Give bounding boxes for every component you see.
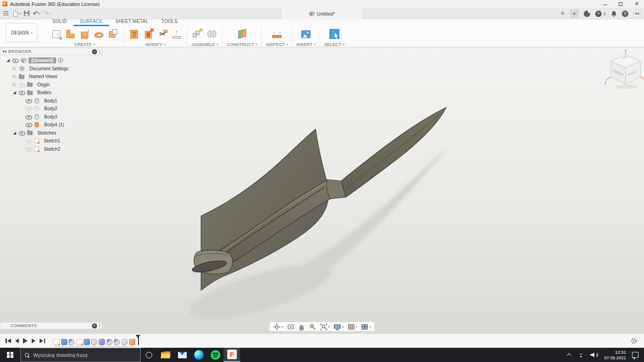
new-tab-button[interactable]: + (570, 9, 579, 18)
tree-item-label[interactable]: Named Views (26, 74, 60, 79)
feature-sketch-icon[interactable] (76, 339, 82, 345)
tab-solid[interactable]: SOLID (46, 19, 74, 26)
search-input[interactable] (33, 352, 136, 358)
file-explorer-button[interactable] (157, 348, 174, 362)
close-tab-button[interactable]: ✕ (560, 11, 564, 17)
joint-button[interactable] (206, 28, 218, 40)
visibility-eye-icon[interactable] (26, 146, 32, 152)
group-select-label[interactable]: SELECT (324, 42, 341, 47)
group-construct-label[interactable]: CONSTRUCT (227, 42, 254, 47)
cortana-button[interactable] (141, 348, 157, 362)
extend-button[interactable]: ↑ (171, 28, 183, 40)
feature-boundary-fill-icon[interactable] (129, 339, 135, 345)
tree-item-bodies[interactable]: ◢ Bodies (0, 89, 102, 97)
feature-trim-icon[interactable] (114, 339, 120, 345)
go-to-end-button[interactable] (40, 339, 45, 343)
document-tab[interactable]: Untitled* (281, 8, 363, 19)
tree-item-label[interactable]: Bodies (34, 90, 54, 96)
display-settings-button[interactable]: ▾ (334, 323, 344, 330)
app-launcher-button[interactable] (4, 11, 10, 16)
press-pull-button[interactable] (128, 28, 140, 40)
group-modify-label[interactable]: MODIFY (145, 42, 162, 47)
new-component-button[interactable]: ✸ (191, 28, 203, 40)
group-create-label[interactable]: CREATE (75, 42, 92, 47)
feature-sketch-icon[interactable] (53, 339, 59, 345)
feature-surface-icon[interactable] (92, 339, 98, 345)
show-hidden-icons-chevron[interactable] (567, 353, 572, 358)
save-button[interactable] (24, 11, 29, 16)
job-status-icon[interactable] (595, 11, 602, 17)
collapse-panel-icon[interactable] (2, 50, 6, 53)
group-inspect-label[interactable]: INSPECT (266, 42, 285, 47)
tab-surface[interactable]: SURFACE (74, 19, 109, 26)
tree-item-label[interactable]: Sketch1 (41, 138, 63, 144)
thicken-button[interactable] (107, 28, 119, 40)
spotify-button[interactable] (207, 348, 224, 362)
pan-button[interactable] (298, 323, 305, 330)
patch-button[interactable] (64, 28, 76, 40)
tree-item-body2[interactable]: Body2 (0, 105, 102, 113)
3d-viewport[interactable]: TOP FRONT RIGHT Y Z X BROWSER – ◢ (Unsav… (0, 47, 644, 334)
handle-end-cap[interactable] (191, 250, 233, 274)
group-assemble-label[interactable]: ASSEMBLE (191, 42, 215, 47)
edge-button[interactable] (190, 348, 207, 362)
panel-toggle-icon[interactable]: – (92, 49, 97, 54)
step-back-button[interactable] (15, 339, 19, 343)
tree-item-label[interactable]: Sketch2 (41, 146, 63, 152)
tree-item-label[interactable]: Body2 (41, 106, 60, 112)
tree-item-label[interactable]: (Unsaved) (29, 57, 56, 63)
mail-button[interactable] (174, 348, 190, 362)
tree-item-label[interactable]: Body1 (41, 98, 60, 104)
fusion360-taskbar-button[interactable]: F (224, 348, 240, 362)
action-center-icon[interactable] (632, 352, 638, 358)
delete-face-button[interactable]: ✕ (142, 28, 154, 40)
tree-item-sketch2[interactable]: Sketch2 (0, 145, 102, 153)
feature-extrude-icon[interactable] (84, 339, 90, 345)
expand-icon[interactable]: ▷ (12, 83, 17, 87)
grid-settings-button[interactable]: ▾ (348, 323, 357, 330)
comments-header[interactable]: COMMENTS + (0, 322, 102, 329)
tree-item-label[interactable]: Sketches (34, 130, 59, 136)
panel-grip[interactable] (98, 323, 100, 328)
tab-tools[interactable]: TOOLS (155, 19, 184, 26)
expand-icon[interactable]: ▷ (12, 67, 17, 71)
visibility-eye-icon[interactable] (26, 98, 32, 103)
tree-item-label[interactable]: Body3 (41, 114, 60, 120)
timeline-settings-gear-icon[interactable] (630, 337, 638, 345)
undo-button[interactable]: ↶▾ (33, 11, 40, 17)
measure-button[interactable]: ←→ (271, 28, 283, 40)
visibility-eye-icon[interactable] (26, 106, 32, 112)
visibility-eye-icon[interactable] (12, 58, 19, 63)
visibility-eye-icon[interactable] (26, 114, 32, 119)
trim-button[interactable]: ✂ (156, 28, 168, 40)
tree-item-document[interactable]: ◢ (Unsaved) (0, 57, 102, 65)
file-menu-button[interactable]: ▾ (13, 11, 21, 17)
viewports-button[interactable]: ▾ (361, 323, 371, 330)
tree-item-label[interactable]: Document Settings (27, 66, 71, 72)
redo-button[interactable]: ↷▾ (43, 11, 51, 17)
visibility-eye-icon[interactable] (19, 82, 25, 87)
feature-trim-icon[interactable] (69, 339, 75, 345)
create-sketch-button[interactable]: + (50, 28, 62, 40)
expand-icon[interactable]: ◢ (6, 58, 11, 62)
notifications-bell-icon[interactable] (611, 11, 617, 17)
minimize-button[interactable] (597, 0, 613, 8)
expand-icon[interactable]: ◢ (12, 131, 17, 135)
tree-item-label[interactable]: Origin (34, 82, 52, 88)
view-cube[interactable]: TOP FRONT RIGHT Y Z X (604, 48, 644, 92)
expand-icon[interactable]: ◢ (12, 90, 17, 95)
tab-sheet-metal[interactable]: SHEET METAL (109, 19, 155, 26)
tree-item-document-settings[interactable]: ▷ Document Settings (0, 65, 102, 73)
tree-item-sketches[interactable]: ◢ Sketches (0, 129, 102, 137)
browser-header[interactable]: BROWSER – (0, 48, 102, 55)
avatar[interactable]: BS (633, 10, 641, 17)
activate-component-icon[interactable] (58, 58, 63, 63)
visibility-eye-icon[interactable] (26, 138, 32, 144)
tree-item-body4[interactable]: Body4 (1) (0, 121, 102, 129)
feature-form-icon[interactable] (99, 339, 105, 345)
feature-trim-icon[interactable] (107, 339, 113, 345)
tree-item-named-views[interactable]: ▷ Named Views (0, 73, 102, 81)
timeline-position-marker[interactable] (138, 335, 139, 345)
feature-extrude-icon[interactable] (61, 339, 67, 345)
play-button[interactable] (23, 338, 28, 344)
